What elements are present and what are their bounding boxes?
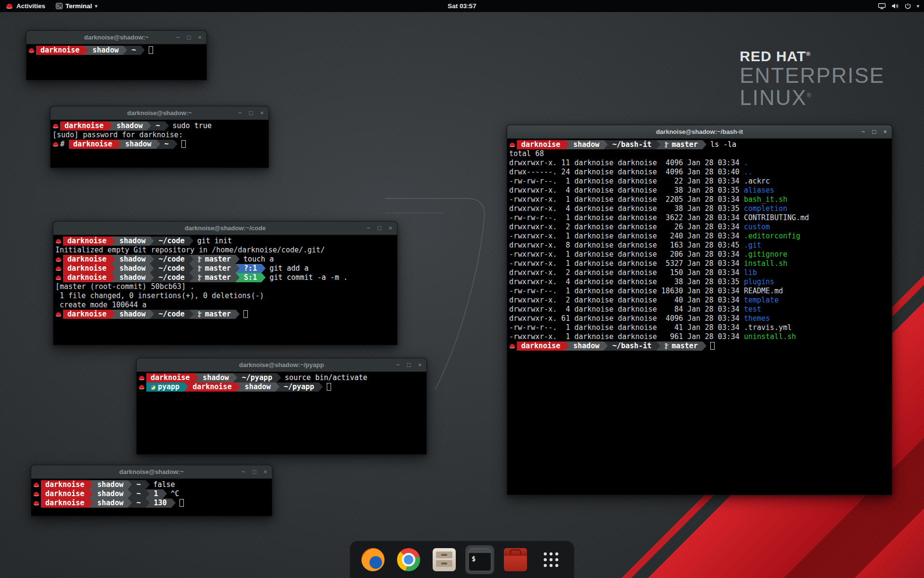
terminal-prompt-line: darknoiseshadow~1^C	[33, 489, 270, 499]
terminal-output-line: -rwxrwxr-x. 1 darknoise darknoise 206 Ja…	[509, 250, 890, 259]
window-minimize-button[interactable]: −	[242, 469, 245, 475]
clock[interactable]: Sat 03:57	[448, 2, 476, 10]
window-minimize-button[interactable]: −	[861, 129, 865, 135]
ls-filename: plugins	[744, 277, 774, 286]
powerline-separator-icon	[147, 121, 151, 131]
ls-filename: .travis.yml	[744, 323, 792, 332]
terminal-output-line: drwxrwxr-x. 2 darknoise darknoise 150 Ja…	[509, 268, 890, 277]
activities-button[interactable]: Activities	[0, 0, 51, 12]
redhat-prompt-icon	[33, 499, 41, 510]
prompt-root-indicator: #	[60, 140, 69, 148]
dock-item-chrome[interactable]	[394, 545, 423, 574]
toolbox-icon	[504, 548, 527, 571]
terminal-body[interactable]: darknoiseshadow~/bash-itmasterls -latota…	[507, 139, 892, 352]
terminal-prompt-line: darknoiseshadow~/codemasterS:1git commit…	[55, 273, 395, 282]
terminal-output-line: -rwxrwxr-x. 1 darknoise darknoise 961 Ja…	[509, 332, 890, 342]
command-text: sudo true	[169, 121, 212, 130]
terminal-body[interactable]: darknoiseshadow~/codegit initInitialized…	[53, 235, 397, 320]
ls-filename: README.md	[744, 287, 783, 295]
dock-item-files[interactable]	[430, 545, 459, 574]
powerline-separator-icon	[123, 46, 127, 55]
ls-filename: aliases	[744, 186, 774, 195]
powerline-separator-icon	[702, 140, 706, 149]
terminal-body[interactable]: darknoiseshadow~/pyappsource bin/activat…	[137, 372, 426, 393]
prompt-segment-user: darknoise	[517, 140, 565, 149]
terminal-body[interactable]: darknoiseshadow~sudo true[sudo] password…	[51, 120, 269, 150]
command-text: git init	[193, 236, 232, 245]
command-text: git commit -a -m .	[266, 273, 348, 282]
prompt-segment-git: master	[660, 342, 702, 351]
powerline-separator-icon	[189, 273, 193, 282]
registered-mark: ®	[806, 51, 811, 57]
powerline-separator-icon	[233, 373, 237, 382]
window-close-button[interactable]: ×	[388, 225, 392, 231]
window-titlebar[interactable]: darknoise@shadow:~/code−□×	[53, 222, 397, 235]
terminal-body[interactable]: darknoiseshadow~	[26, 44, 206, 56]
window-close-button[interactable]: ×	[198, 34, 202, 40]
dock-item-terminal[interactable]	[465, 545, 494, 574]
window-minimize-button[interactable]: −	[176, 34, 180, 40]
window-maximize-button[interactable]: □	[249, 110, 253, 116]
terminal-prompt-line: darknoiseshadow~	[28, 46, 205, 55]
window-titlebar[interactable]: darknoise@shadow:~−□×	[51, 106, 269, 120]
terminal-cursor	[149, 46, 153, 54]
window-maximize-button[interactable]: □	[253, 469, 257, 475]
registered-mark: ®	[807, 92, 812, 99]
window-titlebar[interactable]: darknoise@shadow:~/pyapp−□×	[137, 358, 426, 372]
window-close-button[interactable]: ×	[418, 362, 422, 368]
powerline-separator-icon	[150, 273, 154, 282]
prompt-segment-user: darknoise	[63, 264, 111, 273]
terminal-output-line: [sudo] password for darknoise:	[52, 131, 267, 140]
prompt-segment-user: darknoise	[188, 382, 236, 392]
dock	[350, 541, 574, 578]
terminal-output-line: -rw-rw-r--. 1 darknoise darknoise 41 Jan…	[509, 323, 890, 332]
ls-filename: themes	[744, 314, 770, 323]
ls-meta: -rwxrwxr-x. 1 darknoise darknoise 240 Ja…	[509, 232, 744, 240]
window-maximize-button[interactable]: □	[378, 225, 382, 231]
system-status-area[interactable]: ▾	[878, 0, 919, 12]
powerline-separator-icon	[194, 373, 198, 382]
terminal-window-term-sudo: darknoise@shadow:~−□×darknoiseshadow~sud…	[50, 106, 269, 168]
window-close-button[interactable]: ×	[883, 129, 887, 135]
app-menu-terminal[interactable]: Terminal ▾	[51, 0, 102, 12]
redhat-branding: RED HAT® ENTERPRISE LINUX®	[740, 48, 885, 109]
powerline-separator-icon	[565, 140, 569, 149]
terminal-output-line: -rwxrwxr-x. 1 darknoise darknoise 5327 J…	[509, 259, 890, 268]
redhat-prompt-icon	[55, 310, 63, 321]
ls-meta: drwxrwxr-x. 2 darknoise darknoise 26 Jan…	[509, 223, 744, 231]
prompt-segment-host: shadow	[115, 236, 150, 246]
window-titlebar[interactable]: darknoise@shadow:~−□×	[31, 465, 272, 479]
window-close-button[interactable]: ×	[260, 110, 264, 116]
prompt-segment-user: darknoise	[41, 489, 89, 499]
output-text: create mode 100644 a	[55, 301, 147, 309]
terminal-output-line: drwxrwxr-x. 4 darknoise darknoise 84 Jan…	[509, 305, 890, 314]
redhat-prompt-icon	[509, 342, 517, 353]
prompt-segment-host: shadow	[198, 373, 233, 382]
terminal-output-line: create mode 100644 a	[55, 301, 395, 310]
terminal-cursor	[710, 342, 715, 350]
window-minimize-button[interactable]: −	[238, 110, 242, 116]
ls-filename: test	[744, 305, 761, 314]
prompt-segment-host: shadow	[112, 121, 147, 131]
window-close-button[interactable]: ×	[263, 469, 267, 475]
window-maximize-button[interactable]: □	[873, 129, 876, 135]
window-title: darknoise@shadow:~	[119, 468, 184, 475]
dock-item-app-grid[interactable]	[537, 545, 565, 574]
window-title: darknoise@shadow:~/code	[185, 224, 266, 232]
ls-meta: drwxrwxr-x. 2 darknoise darknoise 150 Ja…	[509, 268, 744, 277]
prompt-segment-exit: 1	[150, 489, 163, 499]
files-icon	[433, 548, 456, 571]
window-minimize-button[interactable]: −	[396, 362, 400, 368]
window-maximize-button[interactable]: □	[407, 362, 411, 368]
powerline-separator-icon	[656, 140, 660, 149]
terminal-body[interactable]: darknoiseshadow~falsedarknoiseshadow~1^C…	[31, 479, 272, 509]
window-minimize-button[interactable]: −	[367, 225, 371, 231]
window-titlebar[interactable]: darknoise@shadow:~/bash-it−□×	[507, 125, 892, 139]
window-maximize-button[interactable]: □	[187, 34, 191, 40]
dock-item-firefox[interactable]	[359, 545, 387, 574]
window-titlebar[interactable]: darknoise@shadow:~−□×	[26, 31, 206, 44]
terminal-output-line: -rw-rw-r--. 1 darknoise darknoise 18630 …	[509, 287, 890, 296]
dock-item-toolbox[interactable]	[501, 545, 530, 574]
command-text: false	[150, 480, 175, 489]
powerline-separator-icon	[116, 140, 121, 149]
